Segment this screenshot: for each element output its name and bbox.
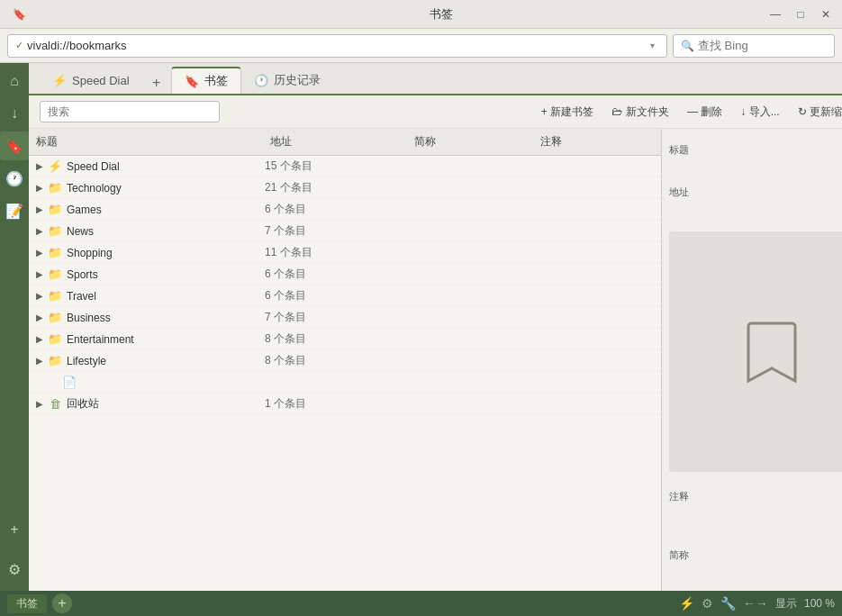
sidebar-icon-add[interactable]: + bbox=[0, 515, 29, 544]
list-item[interactable]: ▶ 📁 Business 7 个条目 bbox=[29, 307, 661, 329]
expand-icon[interactable]: ▶ bbox=[32, 204, 47, 214]
titlebar: 🔖 书签 — □ ✕ bbox=[0, 0, 842, 29]
item-title: Games bbox=[67, 204, 265, 216]
sidebar: ⌂ ↓ 🔖 🕐 📝 + ⚙ bbox=[0, 63, 29, 591]
refresh-button[interactable]: ↻ 更新缩略图 bbox=[791, 102, 842, 122]
sidebar-icon-download[interactable]: ↓ bbox=[0, 99, 29, 128]
search-input[interactable] bbox=[698, 39, 842, 52]
detail-preview bbox=[669, 231, 842, 472]
list-item[interactable]: ▶ 📁 Travel 6 个条目 bbox=[29, 285, 661, 307]
expand-icon[interactable]: ▶ bbox=[32, 291, 47, 301]
list-item[interactable]: ▶ 📄 bbox=[29, 372, 661, 394]
list-item[interactable]: ▶ 📁 Entertainment 8 个条目 bbox=[29, 329, 661, 350]
vivaldi-icon: ✓ bbox=[15, 40, 23, 51]
status-icon-5[interactable]: 显示 bbox=[775, 596, 797, 611]
window-title: 书签 bbox=[115, 6, 766, 23]
delete-button[interactable]: — 删除 bbox=[680, 102, 729, 122]
item-address: 11 个条目 bbox=[265, 245, 409, 260]
folder-icon: 📁 bbox=[47, 203, 63, 216]
list-item[interactable]: ▶ ⚡ Speed Dial 15 个条目 bbox=[29, 156, 661, 177]
list-item[interactable]: ▶ 📁 Shopping 11 个条目 bbox=[29, 242, 661, 264]
item-address: 7 个条目 bbox=[265, 223, 409, 239]
status-tab-label: 书签 bbox=[16, 596, 38, 611]
detail-address-input[interactable] bbox=[669, 201, 842, 221]
item-address: 7 个条目 bbox=[265, 310, 409, 325]
item-title: Travel bbox=[67, 290, 265, 303]
expand-icon[interactable]: ▶ bbox=[32, 161, 47, 171]
expand-icon[interactable]: ▶ bbox=[32, 356, 47, 366]
new-folder-button[interactable]: 🗁 新文件夹 bbox=[604, 102, 676, 122]
expand-icon[interactable]: ▶ bbox=[32, 248, 47, 258]
search-icon: 🔍 bbox=[681, 40, 694, 52]
item-title: Sports bbox=[67, 268, 265, 281]
address-input[interactable] bbox=[27, 39, 641, 52]
speed-dial-icon: ⚡ bbox=[52, 74, 67, 87]
list-item[interactable]: ▶ 📁 Sports 6 个条目 bbox=[29, 264, 661, 285]
tab-history[interactable]: 🕐 历史记录 bbox=[241, 67, 333, 94]
bookmark-search-input[interactable] bbox=[40, 101, 220, 122]
new-folder-label: 新文件夹 bbox=[626, 104, 669, 120]
status-add-button[interactable]: + bbox=[52, 593, 72, 613]
folder-icon: 📁 bbox=[47, 267, 63, 281]
tab-bar: ⚡ Speed Dial + 🔖 书签 🕐 历史记录 bbox=[29, 63, 842, 95]
status-icon-4[interactable]: ←→ bbox=[743, 596, 768, 611]
expand-icon[interactable]: ▶ bbox=[32, 313, 47, 322]
col-header-note: 注释 bbox=[533, 132, 641, 151]
item-address: 21 个条目 bbox=[265, 180, 409, 195]
item-title: Shopping bbox=[67, 247, 265, 259]
list-item[interactable]: ▶ 📁 News 7 个条目 bbox=[29, 221, 661, 242]
folder-icon: 📁 bbox=[47, 224, 63, 238]
close-button[interactable]: ✕ bbox=[817, 5, 835, 23]
col-header-title: 标题 bbox=[29, 132, 263, 151]
list-item[interactable]: ▶ 📁 Games 6 个条目 bbox=[29, 199, 661, 221]
expand-icon[interactable]: ▶ bbox=[32, 226, 47, 236]
tab-bookmarks[interactable]: 🔖 书签 bbox=[171, 67, 241, 94]
sidebar-icon-home[interactable]: ⌂ bbox=[0, 67, 29, 95]
expand-icon[interactable]: ▶ bbox=[32, 334, 47, 344]
add-tab-button[interactable]: + bbox=[146, 72, 167, 94]
sidebar-icon-history[interactable]: 🕐 bbox=[0, 164, 29, 193]
sidebar-icon-settings[interactable]: ⚙ bbox=[0, 555, 29, 584]
item-title: Lifestyle bbox=[67, 355, 265, 367]
sidebar-icon-bookmark[interactable]: 🔖 bbox=[0, 131, 29, 160]
col-header-abbr: 简称 bbox=[407, 132, 533, 151]
bookmark-preview-icon bbox=[745, 320, 799, 385]
list-item[interactable]: ▶ 📁 Lifestyle 8 个条目 bbox=[29, 350, 661, 372]
status-icon-2[interactable]: ⚙ bbox=[702, 596, 713, 611]
detail-title-input[interactable] bbox=[669, 159, 842, 178]
column-headers: 标题 地址 简称 注释 bbox=[29, 129, 661, 156]
list-item[interactable]: ▶ 📁 Technology 21 个条目 bbox=[29, 177, 661, 199]
main-layout: ⌂ ↓ 🔖 🕐 📝 + ⚙ ⚡ Speed Dial + 🔖 书签 🕐 历史记录 bbox=[0, 63, 842, 591]
expand-icon[interactable]: ▶ bbox=[32, 399, 47, 409]
list-item[interactable]: ▶ 🗑 回收站 1 个条目 bbox=[29, 394, 661, 415]
bookmark-toolbar: + 新建书签 🗁 新文件夹 — 删除 ↓ 导入... ↻ 更新缩略图 bbox=[29, 95, 842, 129]
folder-icon: 📁 bbox=[47, 354, 63, 367]
trash-icon: 🗑 bbox=[47, 397, 63, 411]
detail-note-input[interactable] bbox=[669, 505, 842, 541]
zoom-level: 100 % bbox=[804, 597, 835, 610]
minimize-button[interactable]: — bbox=[766, 5, 784, 23]
address-dropdown-icon[interactable]: ▾ bbox=[645, 41, 659, 50]
file-icon: 📄 bbox=[61, 376, 77, 389]
expand-icon[interactable]: ▶ bbox=[32, 183, 47, 193]
detail-note-label: 注释 bbox=[669, 490, 842, 503]
status-tab-bookmarks[interactable]: 书签 bbox=[7, 594, 47, 613]
status-icon-1[interactable]: ⚡ bbox=[679, 596, 694, 611]
sidebar-icon-notes[interactable]: 📝 bbox=[0, 196, 29, 225]
col-header-address: 地址 bbox=[263, 132, 407, 151]
tab-speed-dial[interactable]: ⚡ Speed Dial bbox=[40, 67, 142, 94]
status-icon-3[interactable]: 🔧 bbox=[720, 596, 736, 611]
maximize-button[interactable]: □ bbox=[792, 5, 810, 23]
content-area: ⚡ Speed Dial + 🔖 书签 🕐 历史记录 + 新建书签 🗁 新文件夹 bbox=[29, 63, 842, 591]
item-address: 8 个条目 bbox=[265, 353, 409, 368]
new-bookmark-button[interactable]: + 新建书签 bbox=[534, 102, 601, 122]
folder-icon: 📁 bbox=[47, 289, 63, 303]
detail-abbr-input[interactable] bbox=[669, 564, 842, 584]
new-folder-icon: 🗁 bbox=[611, 105, 622, 118]
item-title: Business bbox=[67, 312, 265, 324]
expand-icon[interactable]: ▶ bbox=[32, 269, 47, 279]
item-title: 回收站 bbox=[67, 396, 265, 412]
import-button[interactable]: ↓ 导入... bbox=[733, 102, 786, 122]
item-title: Entertainment bbox=[67, 333, 265, 346]
tab-history-label: 历史记录 bbox=[274, 72, 321, 88]
